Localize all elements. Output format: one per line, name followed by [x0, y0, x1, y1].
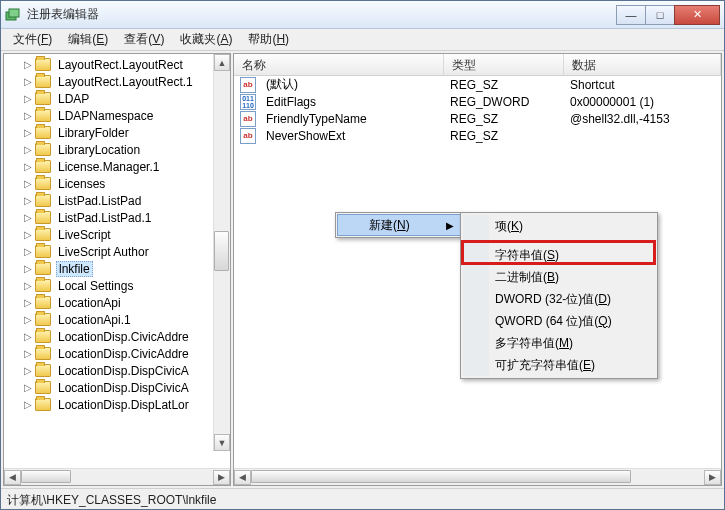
tree-item[interactable]: ▷LocationDisp.DispLatLor	[22, 396, 230, 413]
statusbar: 计算机\HKEY_CLASSES_ROOT\lnkfile	[1, 488, 724, 509]
expand-icon[interactable]: ▷	[22, 280, 34, 291]
folder-icon	[35, 228, 51, 241]
menu-file[interactable]: 文件(F)	[5, 29, 60, 50]
col-name[interactable]: 名称	[234, 54, 444, 75]
expand-icon[interactable]: ▷	[22, 399, 34, 410]
tree-item[interactable]: ▷LDAP	[22, 90, 230, 107]
expand-icon[interactable]: ▷	[22, 59, 34, 70]
folder-icon	[35, 194, 51, 207]
ctx-item[interactable]: DWORD (32-位)值(D)	[463, 288, 655, 310]
expand-icon[interactable]: ▷	[22, 93, 34, 104]
expand-icon[interactable]: ▷	[22, 246, 34, 257]
tree-item-label: LocationDisp.CivicAddre	[56, 347, 191, 361]
folder-icon	[35, 313, 51, 326]
expand-icon[interactable]: ▷	[22, 297, 34, 308]
tree-item[interactable]: ▷LibraryFolder	[22, 124, 230, 141]
chevron-right-icon: ▶	[446, 220, 454, 231]
scroll-down-icon[interactable]: ▼	[214, 434, 230, 451]
tree-vscroll[interactable]: ▲ ▼	[213, 54, 230, 451]
ctx-item[interactable]: 多字符串值(M)	[463, 332, 655, 354]
menu-favorites[interactable]: 收藏夹(A)	[172, 29, 240, 50]
value-name: EditFlags	[260, 95, 444, 109]
tree-item[interactable]: ▷LocationDisp.DispCivicA	[22, 379, 230, 396]
tree-item[interactable]: ▷License.Manager.1	[22, 158, 230, 175]
key-tree[interactable]: ▷LayoutRect.LayoutRect▷LayoutRect.Layout…	[4, 54, 230, 415]
titlebar[interactable]: 注册表编辑器 — □ ✕	[1, 1, 724, 29]
tree-item[interactable]: ▷lnkfile	[22, 260, 230, 277]
folder-icon	[35, 330, 51, 343]
string-icon: ab	[240, 111, 256, 127]
expand-icon[interactable]: ▷	[22, 144, 34, 155]
ctx-item[interactable]: 字符串值(S)	[463, 244, 655, 266]
scroll-right-icon[interactable]: ▶	[213, 470, 230, 485]
context-submenu-new[interactable]: 项(K)字符串值(S)二进制值(B)DWORD (32-位)值(D)QWORD …	[460, 212, 658, 379]
scroll-left-icon[interactable]: ◀	[4, 470, 21, 485]
tree-item[interactable]: ▷LibraryLocation	[22, 141, 230, 158]
value-row[interactable]: 011110EditFlagsREG_DWORD0x00000001 (1)	[234, 93, 721, 110]
expand-icon[interactable]: ▷	[22, 212, 34, 223]
tree-item[interactable]: ▷LocationDisp.CivicAddre	[22, 345, 230, 362]
list-hscroll-thumb[interactable]	[251, 470, 631, 483]
expand-icon[interactable]: ▷	[22, 76, 34, 87]
tree-item[interactable]: ▷Licenses	[22, 175, 230, 192]
folder-icon	[35, 211, 51, 224]
tree-item[interactable]: ▷LiveScript	[22, 226, 230, 243]
scroll-left-icon[interactable]: ◀	[234, 470, 251, 485]
folder-icon	[35, 347, 51, 360]
tree-item[interactable]: ▷ListPad.ListPad	[22, 192, 230, 209]
close-button[interactable]: ✕	[674, 5, 720, 25]
value-row[interactable]: abNeverShowExtREG_SZ	[234, 127, 721, 144]
string-icon: ab	[240, 77, 256, 93]
list-hscroll[interactable]: ◀ ▶	[234, 468, 721, 485]
scroll-right-icon[interactable]: ▶	[704, 470, 721, 485]
tree-item[interactable]: ▷LDAPNamespace	[22, 107, 230, 124]
menubar: 文件(F) 编辑(E) 查看(V) 收藏夹(A) 帮助(H)	[1, 29, 724, 51]
col-data[interactable]: 数据	[564, 54, 721, 75]
menu-view[interactable]: 查看(V)	[116, 29, 172, 50]
expand-icon[interactable]: ▷	[22, 331, 34, 342]
tree-item[interactable]: ▷LocationApi	[22, 294, 230, 311]
ctx-item[interactable]: 项(K)	[463, 215, 655, 237]
expand-icon[interactable]: ▷	[22, 365, 34, 376]
expand-icon[interactable]: ▷	[22, 348, 34, 359]
minimize-button[interactable]: —	[616, 5, 646, 25]
expand-icon[interactable]: ▷	[22, 382, 34, 393]
tree-vscroll-thumb[interactable]	[214, 231, 229, 271]
tree-item[interactable]: ▷ListPad.ListPad.1	[22, 209, 230, 226]
expand-icon[interactable]: ▷	[22, 263, 34, 274]
expand-icon[interactable]: ▷	[22, 229, 34, 240]
tree-item[interactable]: ▷LayoutRect.LayoutRect	[22, 56, 230, 73]
ctx-item[interactable]: QWORD (64 位)值(Q)	[463, 310, 655, 332]
tree-item[interactable]: ▷Local Settings	[22, 277, 230, 294]
menu-edit[interactable]: 编辑(E)	[60, 29, 116, 50]
value-row[interactable]: ab(默认)REG_SZShortcut	[234, 76, 721, 93]
tree-item[interactable]: ▷LiveScript Author	[22, 243, 230, 260]
tree-item[interactable]: ▷LocationDisp.CivicAddre	[22, 328, 230, 345]
maximize-button[interactable]: □	[645, 5, 675, 25]
scroll-up-icon[interactable]: ▲	[214, 54, 230, 71]
ctx-item[interactable]: 二进制值(B)	[463, 266, 655, 288]
expand-icon[interactable]: ▷	[22, 161, 34, 172]
tree-item[interactable]: ▷LocationDisp.DispCivicA	[22, 362, 230, 379]
expand-icon[interactable]: ▷	[22, 127, 34, 138]
expand-icon[interactable]: ▷	[22, 178, 34, 189]
tree-hscroll-thumb[interactable]	[21, 470, 71, 483]
tree-item-label: Licenses	[56, 177, 107, 191]
app-icon	[5, 7, 21, 23]
ctx-item[interactable]: 可扩充字符串值(E)	[463, 354, 655, 376]
context-menu[interactable]: 新建(N) ▶	[335, 212, 463, 238]
tree-item-label: LocationDisp.DispLatLor	[56, 398, 191, 412]
expand-icon[interactable]: ▷	[22, 195, 34, 206]
tree-hscroll[interactable]: ◀ ▶	[4, 468, 230, 485]
expand-icon[interactable]: ▷	[22, 314, 34, 325]
list-header[interactable]: 名称 类型 数据	[234, 54, 721, 76]
expand-icon[interactable]: ▷	[22, 110, 34, 121]
tree-item[interactable]: ▷LayoutRect.LayoutRect.1	[22, 73, 230, 90]
binary-icon: 011110	[240, 94, 256, 110]
tree-item[interactable]: ▷LocationApi.1	[22, 311, 230, 328]
value-type: REG_SZ	[444, 78, 564, 92]
value-row[interactable]: abFriendlyTypeNameREG_SZ@shell32.dll,-41…	[234, 110, 721, 127]
ctx-new[interactable]: 新建(N) ▶	[337, 214, 461, 236]
menu-help[interactable]: 帮助(H)	[240, 29, 297, 50]
col-type[interactable]: 类型	[444, 54, 564, 75]
